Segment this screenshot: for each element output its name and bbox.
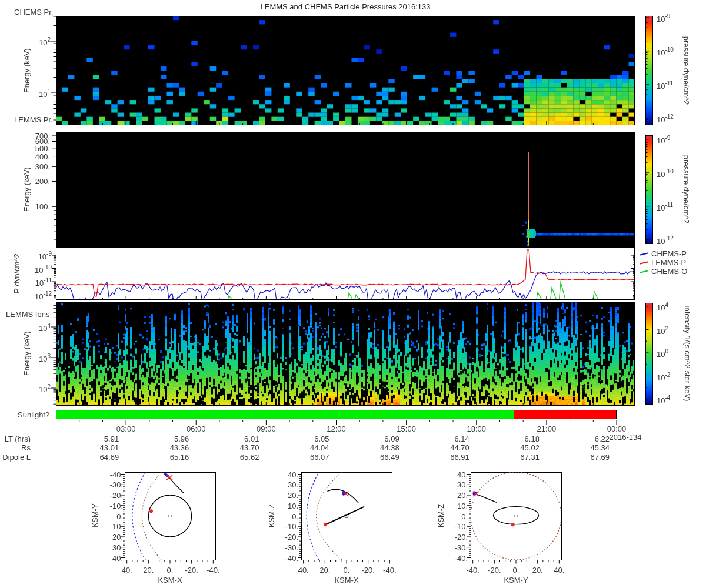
orbit-a-ytick: 0. [116,512,123,520]
orbit-a-xlabel: KSM-X [158,576,182,584]
orbit-a-ytick: -20. [110,491,123,500]
ions-cbar-tick: 100 [657,347,668,358]
chems-cbar-tick: 10-9 [657,12,670,23]
orbit-c-xtick: 0. [513,566,519,574]
sunlight-bar [56,410,617,419]
pressure-axis-label: P dyn/cm^2 [13,253,21,293]
orbit-a-ytick: 20. [112,533,123,542]
orbit-c-ytick: 30. [457,480,468,489]
ions-colorbar [645,303,653,405]
eph-row-label-rs: Rs [21,443,31,452]
time-tick-label: 00:00 [607,425,627,433]
chems-spectrogram-canvas [56,16,635,125]
lemms-colorbar [645,135,653,244]
lemms-ytick: 300. [35,162,50,171]
eph-value: 6.18 [525,435,540,443]
ions-energy-axis-label: Energy (keV) [23,331,31,376]
sunlight-dark-segment [514,410,616,419]
pressure-ytick: 10-12 [35,289,52,300]
pressure-lineplot-canvas [56,247,635,300]
eph-value: 5.96 [174,435,189,443]
orbit-a-xtick: 40. [122,566,132,574]
orbit-c-xlabel: KSM-Y [504,576,528,584]
ions-cbar-tick: 10-2 [657,370,670,382]
orbit-c-ytick: -30. [455,543,468,552]
orbit-a-xtick: -20. [185,566,198,574]
chems-cbar-tick: 10-12 [657,112,674,123]
chems-cbar-tick: 10-11 [657,79,673,90]
pressure-ytick: 10-11 [35,276,52,287]
pressure-ytick: 10-9 [38,249,52,260]
orbit-b-ytick: -10. [285,522,298,531]
orbit-c-ytick: -10. [455,522,468,531]
legend-chems-o: CHEMS-O [640,267,687,276]
figure-title: LEMMS and CHEMS Particle Pressures 2016:… [56,2,635,11]
lemms-spectrogram-canvas [56,132,635,247]
eph-value: 66.91 [450,453,469,462]
orbit-c-ytick: 10. [457,501,468,510]
lemms-panel-label: LEMMS Pr. [14,115,53,124]
lemms-energy-axis-label: Energy (keV) [23,167,31,212]
orbit-a-ytick: -10. [110,501,123,510]
time-tick-label: 18:00 [467,425,486,433]
orbit-a-xtick: -40. [207,566,219,574]
orbit-a-ytick: 30. [112,543,123,552]
chems-colorbar-label: pressure dyne/cm^2 [682,36,690,105]
orbit-ksmx-ksmy-canvas [118,470,219,570]
eph-value: 66.07 [310,453,329,462]
chems-energy-axis-label: Energy (keV) [23,48,31,93]
orbit-ksmx-ksmz-canvas [294,470,395,570]
chems-panel-label: CHEMS Pr. [14,8,53,16]
chems-ytick: 102 [39,35,51,46]
orbit-a-xtick: 20. [143,566,154,574]
orbit-b-ytick: -20. [285,533,298,542]
eph-value: 43.01 [100,443,119,452]
orbit-c-ytick: 0. [461,512,468,520]
orbit-a-ytick: -40. [110,470,123,479]
chems-p-line-swatch [640,252,648,256]
eph-value: 6.01 [244,435,259,443]
eph-value: 44.70 [450,443,469,452]
ions-cbar-tick: 102 [657,324,668,335]
lemms-colorbar-label: pressure dyne/cm^2 [682,155,690,224]
orbit-b-xlabel: KSM-X [334,576,358,584]
legend-lemms-p-label: LEMMS-P [651,258,686,267]
legend-chems-p-label: CHEMS-P [651,249,687,258]
ions-ytick: 102 [39,382,51,393]
eph-value: 43.36 [170,443,189,452]
orbit-c-xtick: -20. [488,566,501,574]
eph-value: 67.69 [590,453,610,462]
orbit-b-xtick: 20. [319,566,330,574]
lemms-cbar-tick: 10-10 [657,167,674,178]
orbit-b-ytick: 30. [288,480,298,489]
sunlight-lit-segment [56,410,514,419]
ions-spectrogram-canvas [56,302,635,406]
orbit-c-ytick: 20. [457,491,468,500]
orbit-b-ytick: 20. [288,491,298,500]
chems-ytick: 101 [39,87,51,98]
ions-cbar-tick: 10-4 [657,393,670,405]
eph-value: 45.34 [590,443,610,452]
orbit-a-xtick: 0. [167,566,174,574]
orbit-c-xtick: 20. [532,566,543,574]
ions-ytick: 103 [39,352,51,363]
orbit-b-xtick: -20. [361,566,374,574]
lemms-p-line-swatch [640,261,648,265]
pressure-ytick: 10-10 [35,263,52,274]
sunlight-label: Sunlight? [18,410,49,419]
time-tick-label: 06:00 [187,425,206,433]
ions-ytick: 104 [39,321,51,332]
legend-chems-o-label: CHEMS-O [651,267,687,276]
orbit-c-xtick: -40. [466,566,479,574]
orbit-c-ytick: -40. [455,553,468,562]
orbit-b-ytick: 0. [292,512,298,520]
orbit-b-ytick: 40. [288,470,298,479]
lemms-ytick: 500. [35,143,50,152]
eph-row-label-dipole: Dipole L [2,453,31,462]
eph-value: 44.04 [310,443,329,452]
chems-o-line-swatch [640,270,648,273]
eph-value: 67.31 [520,453,540,462]
orbit-c-ytick: -20. [455,533,468,542]
time-tick-label: 12:00 [327,425,346,433]
eph-value: 43.70 [240,443,259,452]
